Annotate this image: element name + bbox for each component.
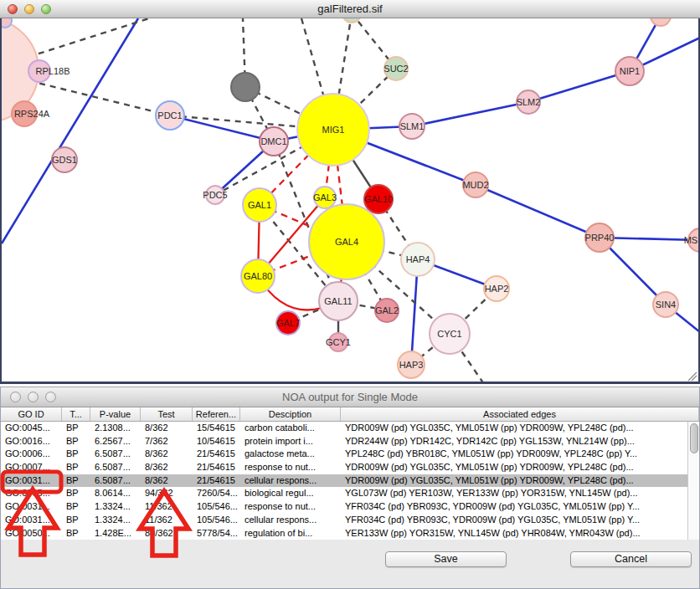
graph-edge[interactable]	[476, 185, 600, 238]
column-header-referen-[interactable]: Referen...	[193, 407, 240, 421]
minimize-button[interactable]	[24, 4, 34, 14]
zoom-button[interactable]	[41, 4, 51, 14]
cell-edges: YDR009W (pd) YGL035C, YML051W (pp) YDR00…	[341, 422, 699, 435]
cell-edges: YDR244W (pp) YDR142C, YDR142C (pp) YGL15…	[341, 435, 699, 448]
cell-reference: 5778/54...	[193, 527, 240, 540]
network-graph[interactable]: RPL18BRPS24AGDS1PDC1DMC1MIG1SUC2SLM1SLM2…	[2, 18, 698, 382]
cell-type: BP	[62, 435, 90, 448]
cell-reference: 105/546...	[193, 500, 240, 514]
network-canvas[interactable]: RPL18BRPS24AGDS1PDC1DMC1MIG1SUC2SLM1SLM2…	[0, 18, 700, 384]
cell-description: galactose meta...	[240, 448, 341, 461]
column-header-t-[interactable]: T...	[62, 407, 90, 421]
cell-type: BP	[62, 500, 90, 514]
cell-reference: 105/546...	[193, 514, 240, 527]
node-node-corner[interactable]	[2, 18, 12, 28]
table-row[interactable]: GO:0031...BP1.3324...11/362105/546...cel…	[1, 514, 699, 527]
node-label-MSL: MSL	[684, 235, 698, 245]
table-row[interactable]: GO:0065...BP8.0614...94/3627260/54...bio…	[1, 487, 699, 500]
scrollbar-thumb[interactable]	[690, 423, 698, 453]
noa-table-header[interactable]: GO IDT...P-valueTestReferen...Desciption…	[1, 407, 699, 422]
save-button[interactable]: Save	[385, 551, 507, 567]
cell-description: cellular respons...	[240, 514, 341, 527]
cell-description: carbon cataboli...	[240, 422, 341, 435]
cell-go_id: GO:0031...	[1, 500, 62, 514]
node-label-SIN4: SIN4	[656, 300, 676, 310]
cell-type: BP	[62, 461, 90, 474]
cell-description: response to nut...	[240, 500, 341, 514]
noa-close-button[interactable]	[10, 392, 21, 402]
cell-test: 8/362	[141, 461, 193, 474]
table-row[interactable]: GO:0031...BP1.3324...11/362105/546...res…	[1, 500, 699, 514]
node-label-RPL18B: RPL18B	[36, 66, 70, 76]
table-row[interactable]: GO:0031...BP6.5087...8/36221/54615cellul…	[1, 474, 699, 488]
noa-button-bar: Save Cancel	[1, 540, 699, 588]
close-button[interactable]	[8, 4, 18, 14]
cell-edges: YFR034C (pd) YBR093C, YDR009W (pd) YGL03…	[341, 514, 699, 527]
noa-window-title: NOA output for Single Mode	[282, 391, 418, 403]
cell-test: 7/362	[141, 435, 193, 448]
node-label-HAP4: HAP4	[406, 254, 430, 264]
cell-test: 8/362	[141, 448, 193, 461]
network-titlebar[interactable]: galFiltered.sif	[0, 0, 700, 18]
network-window-title: galFiltered.sif	[317, 3, 382, 15]
cell-go_id: GO:0031...	[1, 474, 62, 488]
graph-edge[interactable]	[528, 71, 630, 102]
cell-test: 11/362	[141, 500, 193, 514]
cell-reference: 21/54615	[193, 448, 240, 461]
node-label-GCY1: GCY1	[326, 337, 351, 347]
cell-edges: YDR009W (pd) YGL035C, YML051W (pp) YDR00…	[341, 474, 699, 488]
table-row[interactable]: GO:0045...BP2.1308...8/36215/54615carbon…	[1, 422, 699, 435]
noa-table-body[interactable]: GO:0045...BP2.1308...8/36215/54615carbon…	[1, 422, 699, 540]
table-row[interactable]: GO:0050...BP1.428E...80/3625778/54...reg…	[1, 527, 699, 540]
table-row[interactable]: GO:0006...BP6.5087...8/36221/54615galact…	[1, 448, 699, 461]
cell-p_value: 6.5087...	[90, 448, 141, 461]
node-label-NIP1: NIP1	[620, 66, 640, 76]
node-label-CYC1: CYC1	[437, 329, 461, 339]
table-row[interactable]: GO:0007...BP6.5087...8/36221/54615respon…	[1, 461, 699, 474]
graph-edge[interactable]	[412, 102, 528, 126]
cancel-button[interactable]: Cancel	[570, 551, 692, 567]
node-label-GDS1: GDS1	[52, 155, 77, 165]
column-header-desciption[interactable]: Desciption	[240, 407, 341, 421]
network-window: galFiltered.sif RPL18BRPS24AGDS1PDC1DMC1…	[0, 0, 700, 387]
node-label-MIG1: MIG1	[322, 125, 345, 135]
node-label-MUD2: MUD2	[462, 180, 488, 190]
noa-minimize-button[interactable]	[28, 392, 39, 402]
cell-type: BP	[62, 422, 90, 435]
cell-description: protein import i...	[240, 435, 341, 448]
node-label-GAL10: GAL10	[364, 194, 393, 204]
cell-edges: YFR034C (pd) YBR093C, YDR009W (pd) YGL03…	[341, 500, 699, 514]
node-label-GAL2: GAL2	[375, 305, 399, 315]
noa-zoom-button[interactable]	[45, 392, 56, 402]
table-row[interactable]: GO:0016...BP6.2567...7/36210/54615protei…	[1, 435, 699, 448]
node-label-PRP40: PRP40	[585, 233, 615, 243]
node-label-GAL1: GAL1	[248, 200, 271, 210]
column-header-associated-edges[interactable]: Associated edges	[341, 407, 699, 421]
noa-titlebar[interactable]: NOA output for Single Mode	[1, 387, 699, 407]
node-label-GAL80: GAL80	[244, 271, 272, 281]
resize-grip[interactable]	[688, 372, 697, 381]
cell-reference: 21/54615	[193, 461, 240, 474]
node-label-HAP2: HAP2	[485, 284, 509, 294]
column-header-go-id[interactable]: GO ID	[1, 407, 62, 421]
cell-description: regulation of bi...	[240, 527, 341, 540]
noa-window: NOA output for Single Mode GO IDT...P-va…	[0, 387, 700, 589]
cell-go_id: GO:0031...	[1, 514, 62, 527]
cell-type: BP	[62, 487, 90, 500]
cell-reference: 15/54615	[193, 422, 240, 435]
vertical-scrollbar[interactable]	[687, 422, 699, 540]
node-node-top-right[interactable]	[651, 18, 671, 26]
cell-edges: YDR009W (pd) YGL035C, YML051W (pp) YDR00…	[341, 461, 699, 474]
column-header-p-value[interactable]: P-value	[90, 407, 141, 421]
cell-reference: 10/54615	[193, 435, 240, 448]
column-header-test[interactable]: Test	[141, 407, 193, 421]
cell-p_value: 6.5087...	[90, 461, 141, 474]
cell-type: BP	[62, 527, 90, 540]
screen: galFiltered.sif RPL18BRPS24AGDS1PDC1DMC1…	[0, 0, 700, 589]
graph-edge[interactable]	[170, 115, 274, 141]
cell-go_id: GO:0050...	[1, 527, 62, 540]
node-label-SUC2: SUC2	[383, 64, 408, 74]
node-label-SLM2: SLM2	[517, 97, 541, 107]
node-node-gray[interactable]	[231, 73, 260, 101]
cell-p_value: 1.3324...	[90, 500, 141, 514]
